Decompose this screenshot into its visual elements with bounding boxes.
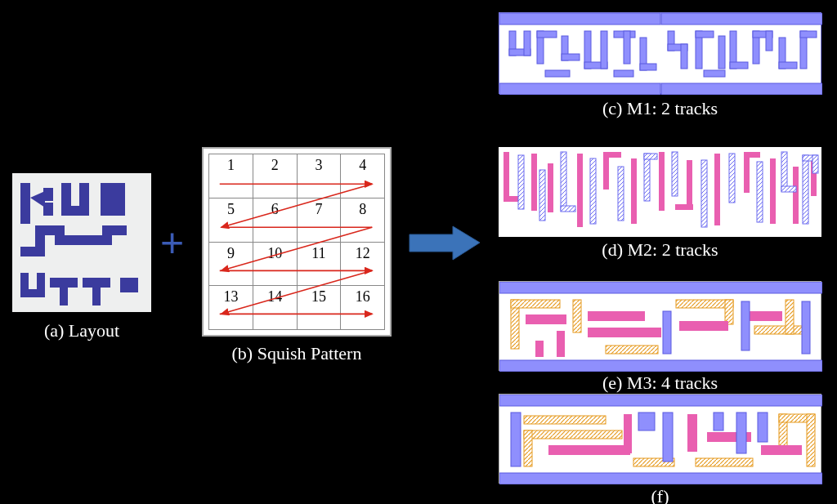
svg-rect-120 xyxy=(663,311,671,354)
cell-10: 10 xyxy=(253,242,297,286)
svg-rect-72 xyxy=(577,154,583,227)
svg-rect-121 xyxy=(741,301,750,350)
svg-rect-125 xyxy=(499,473,822,484)
panel-e-label: (e) M3: 4 tracks xyxy=(499,372,821,394)
svg-rect-96 xyxy=(757,162,763,222)
panel-f-id: (f) xyxy=(651,486,669,504)
svg-rect-92 xyxy=(644,154,657,159)
panel-e-id: (e) xyxy=(602,372,622,393)
svg-rect-2 xyxy=(43,188,53,201)
panel-b-caption: Squish Pattern xyxy=(257,343,362,364)
cell-12: 12 xyxy=(341,242,385,286)
svg-rect-66 xyxy=(704,70,725,77)
panel-a-layout xyxy=(12,173,151,312)
svg-rect-98 xyxy=(781,186,796,192)
svg-rect-11 xyxy=(55,225,65,237)
panel-c-label: (c) M1: 2 tracks xyxy=(499,98,821,119)
cell-8: 8 xyxy=(341,198,385,242)
plus-icon: + xyxy=(160,219,184,266)
svg-rect-17 xyxy=(37,273,45,297)
cell-3: 3 xyxy=(297,154,341,198)
svg-rect-20 xyxy=(83,278,110,288)
panel-c-m1 xyxy=(499,12,821,94)
svg-rect-114 xyxy=(588,311,645,321)
svg-rect-86 xyxy=(539,170,545,221)
panel-c-id: (c) xyxy=(602,98,622,118)
svg-rect-99 xyxy=(803,155,808,224)
cell-13: 13 xyxy=(209,286,253,330)
svg-rect-101 xyxy=(812,155,818,173)
svg-rect-142 xyxy=(714,413,723,430)
svg-rect-127 xyxy=(524,430,622,439)
panel-d-m2 xyxy=(499,147,821,237)
svg-rect-128 xyxy=(524,430,532,466)
svg-rect-85 xyxy=(518,155,524,209)
svg-rect-76 xyxy=(659,152,665,211)
panel-c-caption: M1: 2 tracks xyxy=(627,98,718,118)
cell-2: 2 xyxy=(253,154,297,198)
svg-rect-116 xyxy=(679,321,728,331)
svg-rect-80 xyxy=(744,152,750,193)
svg-rect-130 xyxy=(696,458,753,466)
svg-rect-7 xyxy=(101,183,125,216)
panel-d-label: (d) M2: 2 tracks xyxy=(499,239,821,261)
svg-rect-31 xyxy=(499,13,660,25)
svg-rect-90 xyxy=(618,167,624,221)
svg-rect-82 xyxy=(770,158,776,224)
cell-6: 6 xyxy=(253,198,297,242)
svg-rect-64 xyxy=(545,70,570,77)
svg-rect-22 xyxy=(120,278,138,292)
svg-rect-94 xyxy=(701,160,707,227)
m1-layout-svg xyxy=(499,13,822,95)
cell-5: 5 xyxy=(209,198,253,242)
svg-marker-30 xyxy=(410,226,480,260)
svg-rect-61 xyxy=(779,62,797,69)
svg-rect-59 xyxy=(766,31,772,51)
svg-rect-136 xyxy=(687,414,697,452)
svg-rect-110 xyxy=(725,300,733,324)
cell-9: 9 xyxy=(209,242,253,286)
svg-rect-0 xyxy=(20,183,30,224)
m3-layout-svg xyxy=(499,282,822,372)
cell-4: 4 xyxy=(341,154,385,198)
svg-rect-88 xyxy=(561,206,575,212)
panel-e-caption: M3: 4 tracks xyxy=(627,372,718,393)
panel-f xyxy=(499,394,821,484)
svg-rect-138 xyxy=(761,445,802,455)
svg-rect-81 xyxy=(744,152,760,158)
svg-rect-117 xyxy=(745,311,782,321)
svg-rect-113 xyxy=(526,314,566,324)
svg-rect-108 xyxy=(606,346,658,354)
svg-rect-70 xyxy=(531,154,537,211)
panel-b-label: (b) Squish Pattern xyxy=(202,343,392,364)
panel-a-caption: Layout xyxy=(69,320,119,341)
svg-rect-83 xyxy=(793,167,799,224)
svg-rect-74 xyxy=(603,152,621,158)
layout-glyph-svg xyxy=(12,173,151,312)
svg-rect-139 xyxy=(511,413,521,466)
svg-rect-112 xyxy=(786,300,794,334)
svg-rect-44 xyxy=(601,31,607,69)
svg-rect-133 xyxy=(807,414,815,466)
scan-table: 1 2 3 4 5 6 7 8 9 10 11 12 13 14 15 16 xyxy=(208,154,385,330)
svg-rect-106 xyxy=(511,300,560,308)
svg-rect-39 xyxy=(537,31,557,38)
cell-16: 16 xyxy=(341,286,385,330)
svg-rect-71 xyxy=(548,163,553,212)
svg-rect-37 xyxy=(524,31,530,56)
svg-rect-21 xyxy=(92,288,101,306)
svg-rect-103 xyxy=(499,282,822,293)
svg-rect-91 xyxy=(644,154,650,201)
flow-arrow-icon xyxy=(408,225,481,261)
panel-a-label: (a) Layout xyxy=(12,320,151,341)
cell-15: 15 xyxy=(297,286,341,330)
panel-f-label: (f) xyxy=(499,486,821,504)
svg-rect-79 xyxy=(714,154,720,225)
svg-rect-41 xyxy=(562,54,580,60)
svg-rect-3 xyxy=(43,203,53,216)
cell-7: 7 xyxy=(297,198,341,242)
cell-14: 14 xyxy=(253,286,297,330)
svg-rect-6 xyxy=(79,183,89,216)
svg-rect-65 xyxy=(614,70,633,77)
cell-1: 1 xyxy=(209,154,253,198)
